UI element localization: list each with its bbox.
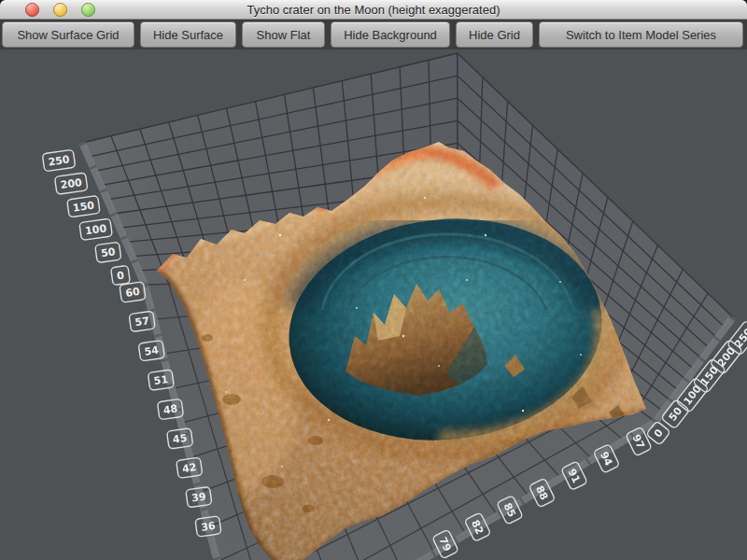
axis-tick-label-text: 60 xyxy=(125,286,141,300)
axis-tick-label-text: 45 xyxy=(172,432,188,446)
hide-background-button[interactable]: Hide Background xyxy=(331,21,450,48)
hide-surface-button[interactable]: Hide Surface xyxy=(140,21,236,48)
zoom-button[interactable] xyxy=(81,3,95,17)
axis-tick-label-text: 42 xyxy=(181,461,197,475)
hide-grid-button[interactable]: Hide Grid xyxy=(456,21,533,48)
switch-to-item-model-series-button[interactable]: Switch to Item Model Series xyxy=(539,21,743,48)
close-button[interactable] xyxy=(25,3,39,17)
traffic-lights xyxy=(0,0,95,19)
axis-tick-label-text: 51 xyxy=(153,373,169,387)
axis-tick-label-text: 57 xyxy=(134,315,150,329)
axis-tick-label-text: 54 xyxy=(144,344,160,358)
axis-tick-label-text: 48 xyxy=(162,402,178,416)
show-surface-grid-button[interactable]: Show Surface Grid xyxy=(2,21,134,48)
window-title: Tycho crater on the Moon (height exagger… xyxy=(0,3,747,17)
axis-tick-label-text: 36 xyxy=(201,520,217,534)
surface-plot-3d[interactable]: 2502001501005006057545148454239367982858… xyxy=(0,0,747,560)
axis-tick-label-text: 39 xyxy=(190,491,206,505)
axis-tick-label-text: 50 xyxy=(100,245,116,259)
titlebar[interactable]: Tycho crater on the Moon (height exagger… xyxy=(0,0,747,20)
app-window: 2502001501005006057545148454239367982858… xyxy=(0,0,747,560)
toolbar: Show Surface Grid Hide Surface Show Flat… xyxy=(0,20,747,49)
minimize-button[interactable] xyxy=(53,3,67,17)
show-flat-button[interactable]: Show Flat xyxy=(242,21,325,48)
